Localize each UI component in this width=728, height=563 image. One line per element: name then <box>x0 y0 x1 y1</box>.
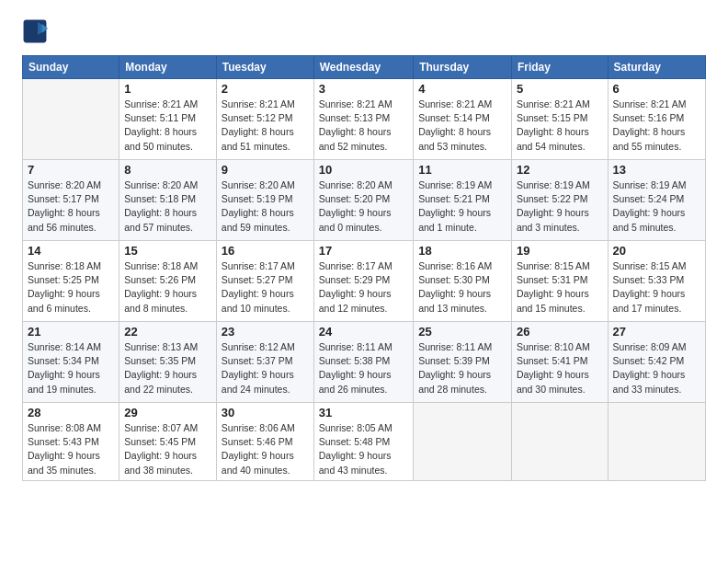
day-info: Sunrise: 8:19 AM Sunset: 5:21 PM Dayligh… <box>418 178 506 235</box>
page: SundayMondayTuesdayWednesdayThursdayFrid… <box>0 0 728 496</box>
day-info: Sunrise: 8:17 AM Sunset: 5:29 PM Dayligh… <box>319 259 408 316</box>
day-number: 18 <box>418 244 506 258</box>
day-number: 3 <box>319 82 408 96</box>
day-number: 19 <box>517 244 603 258</box>
calendar-cell <box>511 403 608 481</box>
day-number: 17 <box>319 244 408 258</box>
weekday-header: Friday <box>511 56 608 79</box>
calendar-cell: 21Sunrise: 8:14 AM Sunset: 5:34 PM Dayli… <box>23 322 119 403</box>
day-info: Sunrise: 8:16 AM Sunset: 5:30 PM Dayligh… <box>418 259 506 316</box>
day-info: Sunrise: 8:21 AM Sunset: 5:16 PM Dayligh… <box>613 98 700 154</box>
calendar-cell: 23Sunrise: 8:12 AM Sunset: 5:37 PM Dayli… <box>216 322 313 403</box>
day-number: 22 <box>124 325 211 339</box>
weekday-header: Sunday <box>23 56 119 79</box>
day-number: 24 <box>319 325 408 339</box>
day-number: 6 <box>613 82 700 96</box>
day-info: Sunrise: 8:19 AM Sunset: 5:24 PM Dayligh… <box>613 178 700 235</box>
weekday-header: Wednesday <box>313 56 413 79</box>
calendar-cell <box>608 403 705 481</box>
calendar-cell: 5Sunrise: 8:21 AM Sunset: 5:15 PM Daylig… <box>511 79 608 160</box>
day-info: Sunrise: 8:10 AM Sunset: 5:41 PM Dayligh… <box>517 340 603 396</box>
calendar-cell <box>414 403 512 481</box>
day-info: Sunrise: 8:11 AM Sunset: 5:39 PM Dayligh… <box>418 340 506 396</box>
day-number: 4 <box>418 82 506 96</box>
day-info: Sunrise: 8:18 AM Sunset: 5:25 PM Dayligh… <box>28 259 114 316</box>
calendar-cell: 6Sunrise: 8:21 AM Sunset: 5:16 PM Daylig… <box>608 79 705 160</box>
calendar-cell: 9Sunrise: 8:20 AM Sunset: 5:19 PM Daylig… <box>216 160 313 241</box>
day-number: 9 <box>222 163 309 177</box>
calendar-cell: 7Sunrise: 8:20 AM Sunset: 5:17 PM Daylig… <box>23 160 119 241</box>
day-number: 7 <box>28 163 114 177</box>
day-number: 20 <box>613 244 700 258</box>
weekday-header: Saturday <box>608 56 705 79</box>
day-info: Sunrise: 8:21 AM Sunset: 5:14 PM Dayligh… <box>418 98 506 154</box>
day-info: Sunrise: 8:21 AM Sunset: 5:12 PM Dayligh… <box>222 98 309 154</box>
calendar-cell: 4Sunrise: 8:21 AM Sunset: 5:14 PM Daylig… <box>414 79 512 160</box>
calendar-cell: 10Sunrise: 8:20 AM Sunset: 5:20 PM Dayli… <box>313 160 413 241</box>
day-number: 16 <box>222 244 309 258</box>
day-info: Sunrise: 8:13 AM Sunset: 5:35 PM Dayligh… <box>124 340 211 396</box>
calendar-cell: 31Sunrise: 8:05 AM Sunset: 5:48 PM Dayli… <box>313 403 413 481</box>
day-info: Sunrise: 8:20 AM Sunset: 5:19 PM Dayligh… <box>222 178 309 235</box>
day-number: 5 <box>517 82 603 96</box>
day-number: 14 <box>28 244 114 258</box>
day-info: Sunrise: 8:06 AM Sunset: 5:46 PM Dayligh… <box>222 421 309 477</box>
calendar-cell: 11Sunrise: 8:19 AM Sunset: 5:21 PM Dayli… <box>414 160 512 241</box>
day-info: Sunrise: 8:18 AM Sunset: 5:26 PM Dayligh… <box>124 259 211 316</box>
day-info: Sunrise: 8:20 AM Sunset: 5:17 PM Dayligh… <box>28 178 114 235</box>
calendar-cell: 19Sunrise: 8:15 AM Sunset: 5:31 PM Dayli… <box>511 241 608 322</box>
logo-icon <box>22 18 48 44</box>
day-info: Sunrise: 8:17 AM Sunset: 5:27 PM Dayligh… <box>222 259 309 316</box>
calendar-cell: 22Sunrise: 8:13 AM Sunset: 5:35 PM Dayli… <box>119 322 217 403</box>
calendar-header: SundayMondayTuesdayWednesdayThursdayFrid… <box>23 56 706 79</box>
day-info: Sunrise: 8:11 AM Sunset: 5:38 PM Dayligh… <box>319 340 408 396</box>
calendar-cell: 18Sunrise: 8:16 AM Sunset: 5:30 PM Dayli… <box>414 241 512 322</box>
day-info: Sunrise: 8:05 AM Sunset: 5:48 PM Dayligh… <box>319 421 408 477</box>
day-number: 30 <box>222 406 309 419</box>
day-number: 2 <box>222 82 309 96</box>
day-info: Sunrise: 8:21 AM Sunset: 5:13 PM Dayligh… <box>319 98 408 154</box>
calendar-cell <box>23 79 119 160</box>
weekday-header: Thursday <box>414 56 512 79</box>
calendar-cell: 1Sunrise: 8:21 AM Sunset: 5:11 PM Daylig… <box>119 79 217 160</box>
logo <box>22 18 51 44</box>
day-info: Sunrise: 8:21 AM Sunset: 5:15 PM Dayligh… <box>517 98 603 154</box>
calendar-cell: 17Sunrise: 8:17 AM Sunset: 5:29 PM Dayli… <box>313 241 413 322</box>
calendar-table: SundayMondayTuesdayWednesdayThursdayFrid… <box>22 55 706 481</box>
day-number: 25 <box>418 325 506 339</box>
day-number: 23 <box>222 325 309 339</box>
calendar-cell: 24Sunrise: 8:11 AM Sunset: 5:38 PM Dayli… <box>313 322 413 403</box>
calendar-cell: 25Sunrise: 8:11 AM Sunset: 5:39 PM Dayli… <box>414 322 512 403</box>
calendar-cell: 15Sunrise: 8:18 AM Sunset: 5:26 PM Dayli… <box>119 241 217 322</box>
calendar-cell: 20Sunrise: 8:15 AM Sunset: 5:33 PM Dayli… <box>608 241 705 322</box>
day-info: Sunrise: 8:15 AM Sunset: 5:33 PM Dayligh… <box>613 259 700 316</box>
day-number: 15 <box>124 244 211 258</box>
day-info: Sunrise: 8:20 AM Sunset: 5:18 PM Dayligh… <box>124 178 211 235</box>
weekday-header: Monday <box>119 56 217 79</box>
day-info: Sunrise: 8:19 AM Sunset: 5:22 PM Dayligh… <box>517 178 603 235</box>
day-number: 21 <box>28 325 114 339</box>
day-info: Sunrise: 8:07 AM Sunset: 5:45 PM Dayligh… <box>124 421 211 477</box>
calendar-cell: 8Sunrise: 8:20 AM Sunset: 5:18 PM Daylig… <box>119 160 217 241</box>
calendar-cell: 12Sunrise: 8:19 AM Sunset: 5:22 PM Dayli… <box>511 160 608 241</box>
day-number: 1 <box>124 82 211 96</box>
day-number: 11 <box>418 163 506 177</box>
day-number: 10 <box>319 163 408 177</box>
day-number: 12 <box>517 163 603 177</box>
day-number: 26 <box>517 325 603 339</box>
calendar-cell: 26Sunrise: 8:10 AM Sunset: 5:41 PM Dayli… <box>511 322 608 403</box>
calendar-cell: 14Sunrise: 8:18 AM Sunset: 5:25 PM Dayli… <box>23 241 119 322</box>
day-info: Sunrise: 8:08 AM Sunset: 5:43 PM Dayligh… <box>28 421 114 477</box>
calendar-cell: 29Sunrise: 8:07 AM Sunset: 5:45 PM Dayli… <box>119 403 217 481</box>
day-number: 8 <box>124 163 211 177</box>
day-info: Sunrise: 8:15 AM Sunset: 5:31 PM Dayligh… <box>517 259 603 316</box>
day-info: Sunrise: 8:14 AM Sunset: 5:34 PM Dayligh… <box>28 340 114 396</box>
day-number: 29 <box>124 406 211 419</box>
weekday-header: Tuesday <box>216 56 313 79</box>
calendar-cell: 2Sunrise: 8:21 AM Sunset: 5:12 PM Daylig… <box>216 79 313 160</box>
header <box>22 18 706 44</box>
calendar-cell: 27Sunrise: 8:09 AM Sunset: 5:42 PM Dayli… <box>608 322 705 403</box>
calendar-cell: 13Sunrise: 8:19 AM Sunset: 5:24 PM Dayli… <box>608 160 705 241</box>
calendar-cell: 28Sunrise: 8:08 AM Sunset: 5:43 PM Dayli… <box>23 403 119 481</box>
day-info: Sunrise: 8:21 AM Sunset: 5:11 PM Dayligh… <box>124 98 211 154</box>
